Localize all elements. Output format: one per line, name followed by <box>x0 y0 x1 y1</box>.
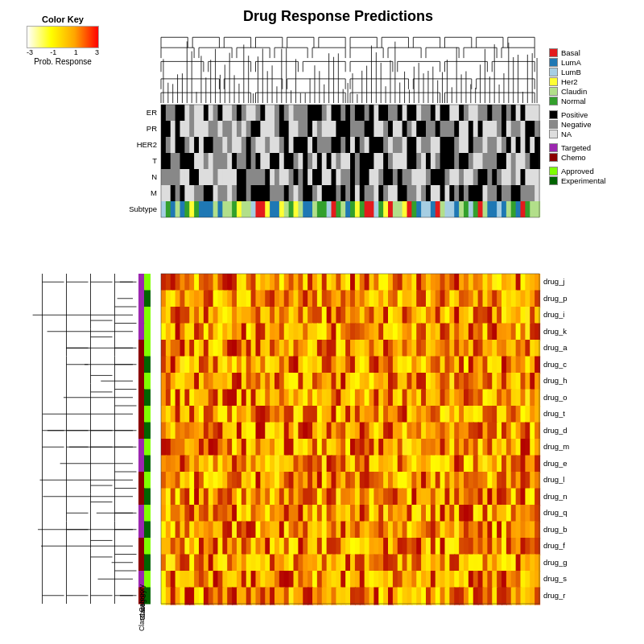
color-key-axis-label: Prob. Response <box>14 57 111 66</box>
approved-swatch <box>549 167 558 175</box>
na-label: NA <box>561 130 572 138</box>
legend-item-targeted: Targeted <box>549 143 638 152</box>
positive-label: Positive <box>561 110 588 119</box>
normal-swatch <box>549 97 558 105</box>
legend-item-luma: LumA <box>549 58 638 67</box>
legend-item-positive: Positive <box>549 110 638 119</box>
legend-item-approved: Approved <box>549 167 638 175</box>
legend-approval: Approved Experimental <box>549 167 638 185</box>
legend-item-her2: Her2 <box>549 77 638 86</box>
normal-label: Normal <box>561 97 586 105</box>
claudin-swatch <box>549 87 558 96</box>
her2-label: Her2 <box>561 77 578 86</box>
na-swatch <box>549 130 558 138</box>
ck-label-4: 3 <box>95 48 99 56</box>
legend-item-experimental: Experimental <box>549 176 638 185</box>
claudin-label: Claudin <box>561 87 587 96</box>
luma-label: LumA <box>561 58 581 67</box>
ck-label-3: 1 <box>74 48 78 56</box>
her2-swatch <box>549 77 558 86</box>
legend-item-chemo: Chemo <box>549 153 638 162</box>
legend-item-basal: Basal <box>549 48 638 57</box>
legend-subtype: Basal LumA LumB Her2 Claudin Normal <box>549 48 638 105</box>
chemo-swatch <box>549 153 558 162</box>
legend-item-negative: Negative <box>549 120 638 129</box>
legend-item-claudin: Claudin <box>549 87 638 96</box>
negative-swatch <box>549 120 558 129</box>
experimental-swatch <box>549 176 558 185</box>
ck-label-2: -1 <box>50 48 56 56</box>
chemo-label: Chemo <box>561 153 586 162</box>
legend-item-lumb: LumB <box>549 68 638 76</box>
legend: Basal LumA LumB Her2 Claudin Normal <box>549 48 638 190</box>
basal-label: Basal <box>561 48 580 57</box>
lumb-swatch <box>549 68 558 76</box>
basal-swatch <box>549 48 558 57</box>
targeted-swatch <box>549 143 558 152</box>
color-key-gradient <box>27 26 99 48</box>
main-title: Drug Response Predictions <box>161 8 515 25</box>
legend-item-normal: Normal <box>549 97 638 105</box>
ck-label-1: -3 <box>27 48 33 56</box>
color-key: Color Key -3 -1 1 3 Prob. Response <box>14 14 111 66</box>
legend-status: Positive Negative NA <box>549 110 638 138</box>
experimental-label: Experimental <box>561 176 605 185</box>
legend-item-na: NA <box>549 130 638 138</box>
targeted-label: Targeted <box>561 143 591 152</box>
negative-label: Negative <box>561 120 592 129</box>
lumb-label: LumB <box>561 68 581 76</box>
color-key-labels: -3 -1 1 3 <box>27 48 99 56</box>
color-key-title: Color Key <box>14 14 111 24</box>
legend-drugclass: Targeted Chemo <box>549 143 638 162</box>
positive-swatch <box>549 110 558 119</box>
luma-swatch <box>549 58 558 67</box>
main-canvas <box>0 0 644 644</box>
approved-label: Approved <box>561 167 594 175</box>
page-container: Drug Response Predictions Color Key -3 -… <box>0 0 644 644</box>
